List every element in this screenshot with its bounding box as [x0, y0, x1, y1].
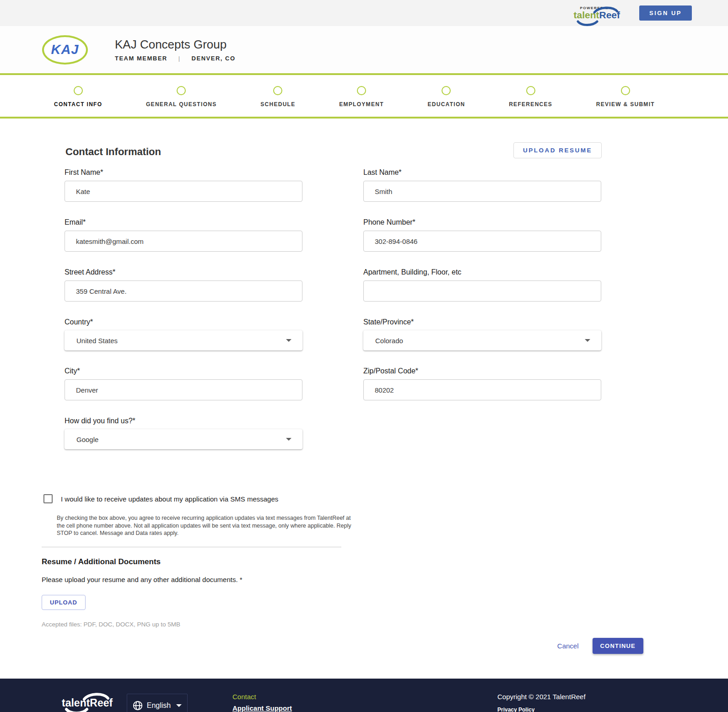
accepted-files-note: Accepted files: PDF, DOC, DOCX, PNG up t…	[42, 621, 728, 628]
position-title: TEAM MEMBER	[115, 55, 167, 62]
company-header: KAJ KAJ Concepts Group TEAM MEMBER | DEN…	[0, 26, 728, 73]
page-title: Contact Information	[65, 146, 161, 158]
language-selector[interactable]: English	[127, 694, 188, 712]
apartment-label: Apartment, Building, Floor, etc	[363, 268, 601, 276]
step-circle-icon	[357, 86, 366, 95]
first-name-label: First Name*	[65, 168, 302, 177]
sms-checkbox[interactable]	[43, 494, 53, 503]
section-divider	[42, 547, 341, 547]
sms-opt-in-row: I would like to receive updates about my…	[43, 494, 728, 503]
company-logo: KAJ	[42, 35, 88, 65]
last-name-label: Last Name*	[363, 168, 601, 177]
field-last-name: Last Name*	[363, 168, 601, 202]
field-zip: Zip/Postal Code*	[363, 367, 601, 400]
contact-form: First Name* Last Name* Email* Phone Numb…	[65, 168, 728, 466]
city-input[interactable]	[65, 379, 302, 400]
step-label: REVIEW & SUBMIT	[596, 101, 655, 108]
footer-talentreef-logo: talentReef	[62, 697, 113, 709]
step-label: SCHEDULE	[260, 101, 295, 108]
email-input[interactable]	[65, 231, 302, 252]
field-apartment: Apartment, Building, Floor, etc	[363, 268, 601, 302]
step-label: GENERAL QUESTIONS	[146, 101, 217, 108]
globe-icon	[133, 701, 143, 711]
field-city: City*	[65, 367, 302, 400]
source-label: How did you find us?*	[65, 417, 302, 425]
progress-stepper: CONTACT INFO GENERAL QUESTIONS SCHEDULE …	[0, 75, 728, 117]
field-country: Country* United States	[65, 318, 302, 351]
form-actions: Cancel CONTINUE	[42, 638, 643, 679]
stepper-step-employment[interactable]: EMPLOYMENT	[339, 86, 384, 108]
contact-heading: Contact	[232, 693, 292, 701]
street-address-input[interactable]	[65, 280, 302, 302]
step-circle-icon	[526, 86, 535, 95]
header-separator: |	[178, 55, 181, 62]
country-label: Country*	[65, 318, 302, 326]
step-label: EDUCATION	[427, 101, 465, 108]
footer: talentReef English Contact Applicant Sup…	[0, 679, 728, 712]
country-select[interactable]: United States	[65, 330, 302, 351]
talentreef-logo: talentReef	[573, 10, 620, 20]
stepper-step-contact-info[interactable]: CONTACT INFO	[54, 86, 102, 108]
company-logo-text: KAJ	[51, 42, 79, 57]
stepper-step-general-questions[interactable]: GENERAL QUESTIONS	[146, 86, 217, 108]
upload-button[interactable]: UPLOAD	[42, 595, 86, 610]
source-select-value: Google	[76, 436, 98, 443]
footer-swoosh-icon	[59, 692, 113, 712]
state-select-value: Colorado	[375, 337, 403, 345]
first-name-input[interactable]	[65, 181, 302, 202]
location-label: DENVER, CO	[192, 55, 236, 62]
state-label: State/Province*	[363, 318, 601, 326]
street-address-label: Street Address*	[65, 268, 302, 276]
step-circle-icon	[442, 86, 451, 95]
cancel-button[interactable]: Cancel	[557, 642, 579, 650]
phone-label: Phone Number*	[363, 218, 601, 227]
stepper-step-education[interactable]: EDUCATION	[427, 86, 465, 108]
zip-input[interactable]	[363, 379, 601, 400]
sms-disclaimer: By checking the box above, you agree to …	[57, 514, 355, 537]
apartment-input[interactable]	[363, 280, 601, 302]
resume-section-title: Resume / Additional Documents	[42, 557, 728, 566]
applicant-support-link[interactable]: Applicant Support	[232, 704, 292, 712]
state-select[interactable]: Colorado	[363, 330, 601, 351]
field-state: State/Province* Colorado	[363, 318, 601, 351]
step-label: CONTACT INFO	[54, 101, 102, 108]
field-street-address: Street Address*	[65, 268, 302, 302]
step-label: EMPLOYMENT	[339, 101, 384, 108]
field-phone: Phone Number*	[363, 218, 601, 252]
continue-button[interactable]: CONTINUE	[593, 638, 644, 654]
step-circle-icon	[177, 86, 186, 95]
stepper-step-schedule[interactable]: SCHEDULE	[260, 86, 295, 108]
top-bar: POWERED BY talentReef SIGN UP	[0, 0, 728, 26]
stepper-step-references[interactable]: REFERENCES	[509, 86, 552, 108]
sign-up-button[interactable]: SIGN UP	[639, 5, 692, 21]
chevron-down-icon	[176, 704, 182, 707]
source-select[interactable]: Google	[65, 429, 302, 449]
city-label: City*	[65, 367, 302, 375]
last-name-input[interactable]	[363, 181, 601, 202]
sms-checkbox-label: I would like to receive updates about my…	[61, 495, 278, 503]
main-content: Contact Information UPLOAD RESUME First …	[0, 119, 728, 679]
step-circle-icon	[621, 86, 630, 95]
step-circle-icon	[273, 86, 282, 95]
resume-instruction: Please upload your resume and any other …	[42, 576, 728, 583]
zip-label: Zip/Postal Code*	[363, 367, 601, 375]
step-circle-icon	[74, 86, 83, 95]
field-first-name: First Name*	[65, 168, 302, 202]
chevron-down-icon	[286, 438, 291, 441]
privacy-policy-link[interactable]: Privacy Policy	[497, 707, 534, 712]
step-label: REFERENCES	[509, 101, 552, 108]
field-how-did-you-find-us: How did you find us?* Google	[65, 417, 302, 449]
country-select-value: United States	[76, 337, 118, 345]
phone-input[interactable]	[363, 231, 601, 252]
copyright-text: Copyright © 2021 TalentReef	[497, 693, 586, 701]
field-email: Email*	[65, 218, 302, 252]
company-name: KAJ Concepts Group	[115, 38, 236, 52]
stepper-step-review-submit[interactable]: REVIEW & SUBMIT	[596, 86, 655, 108]
upload-resume-button[interactable]: UPLOAD RESUME	[513, 142, 602, 158]
language-value: English	[147, 701, 171, 710]
powered-by-block: POWERED BY talentReef	[573, 6, 620, 20]
email-label: Email*	[65, 218, 302, 227]
chevron-down-icon	[286, 339, 291, 342]
chevron-down-icon	[585, 339, 590, 342]
